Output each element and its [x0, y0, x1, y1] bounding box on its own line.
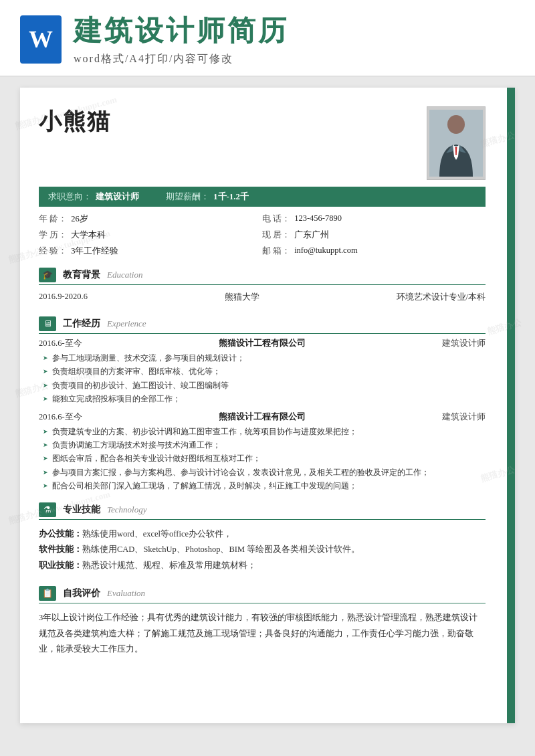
skill-content-0: 熟练使用word、excel等office办公软件，: [82, 529, 232, 539]
skill-content-2: 熟悉设计规范、规程、标准及常用建筑材料；: [82, 561, 256, 570]
candidate-photo: [427, 106, 486, 180]
skill-2: 职业技能：熟悉设计规范、规程、标准及常用建筑材料；: [39, 558, 486, 574]
word-icon: [20, 15, 62, 64]
intention-bar: 求职意向： 建筑设计师 期望薪酬： 1千-1.2千: [39, 187, 486, 207]
work-position-0: 建筑设计师: [442, 338, 486, 349]
salary-label: 期望薪酬：: [166, 191, 209, 203]
job-intention-value: 建筑设计师: [96, 191, 139, 203]
skills-section-header: ⚗ 专业技能 Technology: [39, 500, 486, 520]
info-education: 学 历： 大学本科: [39, 228, 262, 242]
header-text-area: 建筑设计师简历 word格式/A4打印/内容可修改: [74, 12, 289, 66]
skill-label-1: 软件技能：: [39, 545, 82, 554]
work-position-1: 建筑设计师: [442, 411, 486, 423]
job-intention-item: 求职意向： 建筑设计师: [48, 191, 139, 203]
skill-label-0: 办公技能：: [39, 529, 82, 539]
duty-1-3: 参与项目方案汇报，参与方案构思、参与设计讨论会议，发表设计意见，及相关工程的验收…: [43, 466, 486, 479]
experience-section-header: 🖥 工作经历 Experience: [39, 314, 486, 334]
salary-item: 期望薪酬： 1千-1.2千: [166, 191, 249, 203]
age-label: 年 龄：: [39, 213, 67, 225]
experience-icon: 🖥: [39, 316, 56, 331]
location-value: 广东广州: [294, 229, 329, 241]
age-value: 26岁: [71, 213, 88, 225]
info-location: 现 居： 广东广州: [262, 228, 486, 242]
info-grid: 年 龄： 26岁 电 话： 123-456-7890 学 历： 大学本科 现 居…: [39, 212, 486, 258]
work-header-1: 2016.6-至今 熊猫设计工程有限公司 建筑设计师: [39, 411, 486, 423]
header-banner: 建筑设计师简历 word格式/A4打印/内容可修改: [0, 0, 535, 77]
evaluation-title-cn: 自我评价: [63, 587, 100, 599]
experience-title-cn: 工作经历: [63, 318, 100, 330]
document-wrapper: 小熊猫 求职意: [20, 88, 515, 723]
edu-period: 2016.9-2020.6: [39, 292, 88, 303]
job-intention-label: 求职意向：: [48, 191, 92, 203]
email-label: 邮 箱：: [262, 246, 290, 257]
phone-value: 123-456-7890: [294, 213, 342, 225]
skill-1: 软件技能：熟练使用CAD、SketchUp、Photoshop、BIM 等绘图及…: [39, 542, 486, 558]
work-header-0: 2016.6-至今 熊猫设计工程有限公司 建筑设计师: [39, 338, 486, 349]
edu-school: 熊猫大学: [225, 292, 259, 303]
skills-title-cn: 专业技能: [63, 504, 100, 516]
phone-label: 电 话：: [262, 213, 290, 225]
info-age: 年 龄： 26岁: [39, 212, 262, 226]
duty-0-3: 能独立完成招投标项目的全部工作；: [43, 392, 486, 405]
edu-major: 环境艺术设计专业/本科: [397, 292, 486, 303]
evaluation-text: 3年以上设计岗位工作经验；具有优秀的建筑设计能力，有较强的审核图纸能力，熟悉设计…: [39, 607, 486, 660]
education-entry-0: 2016.9-2020.6 熊猫大学 环境艺术设计专业/本科: [39, 289, 486, 307]
skills-title-en: Technology: [107, 504, 146, 515]
experience-label: 经 验：: [39, 246, 67, 257]
duty-0-2: 负责项目的初步设计、施工图设计、竣工图编制等: [43, 379, 486, 392]
info-experience: 经 验： 3年工作经验: [39, 244, 262, 258]
top-section: 小熊猫: [39, 106, 486, 180]
main-title: 建筑设计师简历: [74, 12, 289, 50]
evaluation-icon: 📋: [39, 586, 56, 601]
work-duties-1: 负责建筑专业的方案、初步设计调和施工图审查工作，统筹项目协作与进度效果把控； 负…: [39, 425, 486, 493]
candidate-name: 小熊猫: [39, 106, 111, 137]
duty-1-4: 配合公司相关部门深入施工现场，了解施工情况，及时解决，纠正施工中发现的问题；: [43, 479, 486, 492]
education-value: 大学本科: [71, 229, 106, 241]
duty-1-1: 负责协调施工方现场技术对接与技术沟通工作；: [43, 438, 486, 452]
document-content: 小熊猫 求职意: [20, 88, 507, 679]
experience-title-en: Experience: [107, 318, 146, 329]
experience-value: 3年工作经验: [71, 246, 118, 257]
education-section-header: 🎓 教育背景 Education: [39, 265, 486, 285]
sub-title: word格式/A4打印/内容可修改: [74, 52, 289, 66]
work-period-1: 2016.6-至今: [39, 411, 82, 423]
work-company-0: 熊猫设计工程有限公司: [219, 338, 306, 349]
duty-0-1: 负责组织项目的方案评审、图纸审核、优化等；: [43, 365, 486, 378]
work-entry-0: 2016.6-至今 熊猫设计工程有限公司 建筑设计师 参与工地现场测量、技术交流…: [39, 338, 486, 406]
svg-point-1: [447, 115, 465, 134]
education-label: 学 历：: [39, 229, 67, 241]
duty-0-0: 参与工地现场测量、技术交流，参与项目的规划设计；: [43, 351, 486, 365]
skills-icon: ⚗: [39, 502, 56, 517]
skill-0: 办公技能：熟练使用word、excel等office办公软件，: [39, 527, 486, 543]
evaluation-title-en: Evaluation: [107, 588, 145, 599]
work-entry-1: 2016.6-至今 熊猫设计工程有限公司 建筑设计师 负责建筑专业的方案、初步设…: [39, 411, 486, 493]
evaluation-section-header: 📋 自我评价 Evaluation: [39, 583, 486, 603]
skill-content-1: 熟练使用CAD、SketchUp、Photoshop、BIM 等绘图及各类相关设…: [82, 545, 360, 554]
email-value: info@tukuppt.com: [294, 246, 358, 257]
info-email: 邮 箱： info@tukuppt.com: [262, 244, 486, 258]
salary-value: 1千-1.2千: [213, 191, 249, 203]
info-phone: 电 话： 123-456-7890: [262, 212, 486, 226]
work-duties-0: 参与工地现场测量、技术交流，参与项目的规划设计； 负责组织项目的方案评审、图纸审…: [39, 351, 486, 406]
skills-list: 办公技能：熟练使用word、excel等office办公软件， 软件技能：熟练使…: [39, 524, 486, 577]
duty-1-2: 图纸会审后，配合各相关专业设计做好图纸相互核对工作；: [43, 452, 486, 465]
education-title-cn: 教育背景: [63, 269, 100, 281]
education-title-en: Education: [107, 270, 142, 280]
location-label: 现 居：: [262, 229, 290, 241]
work-company-1: 熊猫设计工程有限公司: [219, 411, 306, 423]
work-period-0: 2016.6-至今: [39, 338, 82, 349]
skill-label-2: 职业技能：: [39, 561, 82, 570]
duty-1-0: 负责建筑专业的方案、初步设计调和施工图审查工作，统筹项目协作与进度效果把控；: [43, 425, 486, 438]
education-icon: 🎓: [39, 268, 56, 282]
